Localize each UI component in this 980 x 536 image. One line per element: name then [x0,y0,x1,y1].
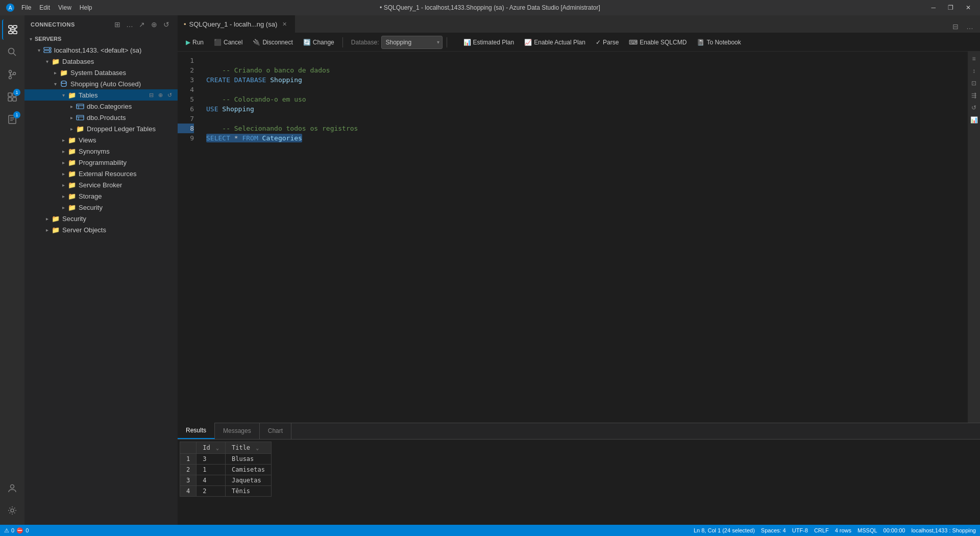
programmability-item[interactable]: 📁 Programmability [24,157,178,168]
synonyms-item[interactable]: 📁 Synonyms [24,145,178,157]
dropped-ledger-item[interactable]: 📁 Dropped Ledger Tables [24,123,178,134]
new-connection-button[interactable]: ⊞ [112,19,122,30]
products-expand[interactable] [67,113,76,121]
enable-sqlcmd-button[interactable]: ⌨ Enable SQLCMD [625,36,691,49]
rows-info[interactable]: 4 rows [835,527,851,533]
window-title: • SQLQuery_1 - localhost,1433.Shopping (… [380,4,600,11]
menu-view[interactable]: View [58,4,71,11]
language-indicator[interactable]: MSSQL [857,527,877,533]
add-server-button[interactable]: ⊕ [149,19,159,30]
activity-connections[interactable] [2,19,22,40]
storage-item[interactable]: 📁 Storage [24,190,178,202]
activity-notebooks[interactable]: 1 [2,109,22,130]
server-info[interactable]: localhost,1433 : Shopping [911,527,976,533]
security-inner-expand[interactable] [59,203,67,211]
activity-search[interactable] [2,42,22,62]
storage-expand[interactable] [59,192,67,200]
categories-expand[interactable] [67,102,76,110]
minibar-btn-4[interactable]: ⇶ [969,90,979,101]
service-broker-expand[interactable] [59,181,67,189]
databases-expand[interactable] [43,57,51,65]
col-title-header[interactable]: Title ⌄ [225,442,271,454]
disconnect-button[interactable]: 🔌 Disconnect [249,36,297,49]
status-warnings[interactable]: ⚠ 0 ⛔ 0 [4,527,29,534]
server-objects-item[interactable]: 📁 Server Objects [24,224,178,235]
security-inner-item[interactable]: 📁 Security [24,202,178,213]
security-outer-expand[interactable] [43,214,51,223]
svg-point-31 [61,81,66,84]
to-notebook-button[interactable]: 📓 To Notebook [693,36,745,49]
views-item[interactable]: 📁 Views [24,134,178,145]
expand-button[interactable]: ↗ [137,19,147,30]
table-row: 3 4 Jaquetas [180,475,272,486]
add-table-button[interactable]: ⊕ [156,91,164,99]
tab-close-button[interactable]: ✕ [280,20,288,28]
servers-expand[interactable] [27,35,35,43]
estimated-plan-button[interactable]: 📊 Estimated Plan [459,36,519,49]
products-table-item[interactable]: dbo.Products [24,112,178,123]
activity-extensions[interactable]: 1 [2,87,22,107]
server-expand[interactable] [35,46,43,54]
cancel-button[interactable]: ⬛ Cancel [210,36,247,49]
results-tab-messages[interactable]: Messages [215,423,260,439]
synonyms-icon: 📁 [67,147,77,155]
activity-source-control[interactable] [2,64,22,85]
menu-edit[interactable]: Edit [39,4,50,11]
server-item[interactable]: localhost,1433. <default> (sa) [24,44,178,56]
more-tabs-button[interactable]: … [964,20,976,33]
minimize-button[interactable]: ─ [927,3,940,12]
filter-tables-button[interactable]: ⊟ [147,91,155,99]
views-expand[interactable] [59,136,67,144]
col-id-header[interactable]: Id ⌄ [197,442,226,454]
minibar-btn-6[interactable]: 📊 [969,115,979,125]
databases-item[interactable]: 📁 Databases [24,56,178,67]
enable-actual-plan-button[interactable]: 📈 Enable Actual Plan [520,36,590,49]
menu-file[interactable]: File [21,4,31,11]
security-outer-item[interactable]: 📁 Security [24,213,178,224]
synonyms-label: Synonyms [79,148,110,155]
cursor-position[interactable]: Ln 8, Col 1 (24 selected) [694,527,755,533]
dropped-ledger-expand[interactable] [67,125,76,133]
editor-code[interactable]: -- Criando o banco de dados CREATE DATAB… [198,52,968,423]
shopping-db-item[interactable]: Shopping (Auto Closed) [24,78,178,89]
system-databases-expand[interactable] [51,68,59,77]
refresh-tables-button[interactable]: ↺ [165,91,174,99]
categories-table-item[interactable]: dbo.Categories [24,101,178,112]
menu-help[interactable]: Help [80,4,92,11]
to-notebook-icon: 📓 [697,39,704,46]
refresh-button[interactable]: ↺ [161,19,172,30]
activity-account[interactable] [2,478,22,498]
line-ending-indicator[interactable]: CRLF [814,527,829,533]
tables-expand[interactable] [59,91,67,99]
parse-button[interactable]: ✓ Parse [592,36,623,49]
minibar-btn-3[interactable]: ⊡ [969,78,979,88]
servers-header[interactable]: SERVERS [24,33,178,44]
service-broker-item[interactable]: 📁 Service Broker [24,179,178,190]
change-button[interactable]: 🔄 Change [299,36,338,49]
synonyms-expand[interactable] [59,147,67,155]
run-icon: ▶ [186,39,190,46]
more-actions-button[interactable]: … [125,19,135,30]
database-selector[interactable]: Shopping [381,36,443,49]
minibar-btn-5[interactable]: ↺ [969,103,979,113]
run-button[interactable]: ▶ Run [182,36,208,49]
server-objects-expand[interactable] [43,226,51,234]
maximize-button[interactable]: ❐ [944,3,958,12]
activity-settings[interactable] [2,500,22,521]
encoding-indicator[interactable]: UTF-8 [792,527,808,533]
minibar-btn-2[interactable]: ↕ [969,66,979,76]
external-resources-item[interactable]: 📁 External Resources [24,168,178,179]
close-button[interactable]: ✕ [962,3,975,12]
system-databases-item[interactable]: 📁 System Databases [24,67,178,78]
minibar-btn-1[interactable]: ≡ [969,54,979,64]
results-tab-chart[interactable]: Chart [260,423,291,439]
split-editor-button[interactable]: ⊟ [949,20,962,33]
results-tab-results[interactable]: Results [178,423,215,439]
external-resources-expand[interactable] [59,169,67,178]
programmability-expand[interactable] [59,158,67,166]
query-tab[interactable]: • SQLQuery_1 - localh...ng (sa) ✕ [178,15,295,33]
tables-item[interactable]: 📁 Tables ⊟ ⊕ ↺ [24,89,178,101]
warning-count: 0 [11,527,14,533]
shopping-expand[interactable] [51,80,59,88]
spaces-indicator[interactable]: Spaces: 4 [761,527,786,533]
